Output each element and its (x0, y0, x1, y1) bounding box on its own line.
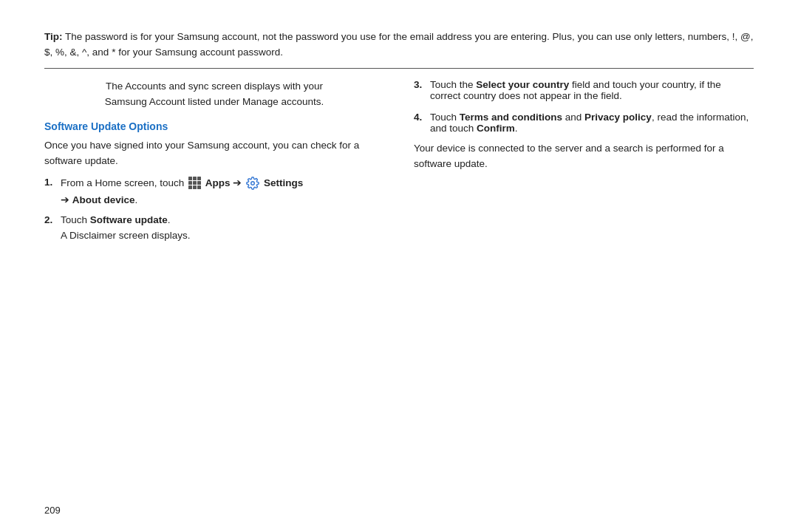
step-3-number: 3. (414, 79, 426, 90)
tip-text: Tip: The password is for your Samsung ac… (44, 30, 754, 61)
step-3: 3. Touch the Select your country field a… (414, 79, 754, 101)
disclaimer-text: A Disclaimer screen displays. (61, 228, 384, 244)
step-2-content: Touch Software update. (61, 214, 384, 225)
software-update-heading: Software Update Options (44, 120, 384, 132)
privacy-policy-label: Privacy policy (584, 112, 652, 123)
section-intro: Once you have signed into your Samsung a… (44, 138, 384, 169)
svg-point-0 (251, 182, 255, 185)
step-1-number: 1. (44, 177, 56, 188)
step-2-number: 2. (44, 214, 56, 225)
settings-label: Settings (264, 177, 303, 188)
step-1-period: . (135, 194, 138, 205)
step-1-arrow2: ➔ (61, 194, 72, 205)
content-columns: The Accounts and sync screen displays wi… (44, 69, 754, 510)
tip-label: Tip: (44, 31, 63, 42)
right-column: 3. Touch the Select your country field a… (414, 69, 754, 510)
settings-gear-icon (246, 177, 259, 190)
about-device-label: About device (72, 194, 135, 205)
step-1-content: From a Home screen, touch Apps ➔ Sett (61, 177, 384, 190)
terms-conditions-label: Terms and conditions (460, 112, 562, 123)
step-1-sub: ➔ About device. (61, 193, 384, 208)
page-container: Tip: The password is for your Samsung ac… (0, 0, 798, 532)
step-3-content: Touch the Select your country field and … (430, 79, 754, 101)
step-4-number: 4. (414, 112, 426, 123)
step-1: 1. From a Home screen, touch Apps ➔ (44, 177, 384, 190)
apps-grid-icon (188, 177, 201, 189)
accounts-sync-text: The Accounts and sync screen displays wi… (44, 79, 384, 110)
step-4-content: Touch Terms and conditions and Privacy p… (430, 112, 754, 134)
page-number: 209 (44, 505, 61, 516)
step-2: 2. Touch Software update. (44, 214, 384, 227)
left-column: The Accounts and sync screen displays wi… (44, 69, 384, 510)
tip-body: The password is for your Samsung account… (44, 31, 753, 58)
arrow1: ➔ (233, 177, 245, 188)
device-connected-text: Your device is connected to the server a… (414, 141, 754, 172)
software-update-label: Software update (90, 214, 168, 225)
apps-label: Apps (205, 177, 231, 188)
step-4: 4. Touch Terms and conditions and Privac… (414, 112, 754, 134)
tip-box: Tip: The password is for your Samsung ac… (44, 22, 754, 69)
select-country-label: Select your country (476, 79, 569, 90)
confirm-label: Confirm (477, 123, 515, 134)
